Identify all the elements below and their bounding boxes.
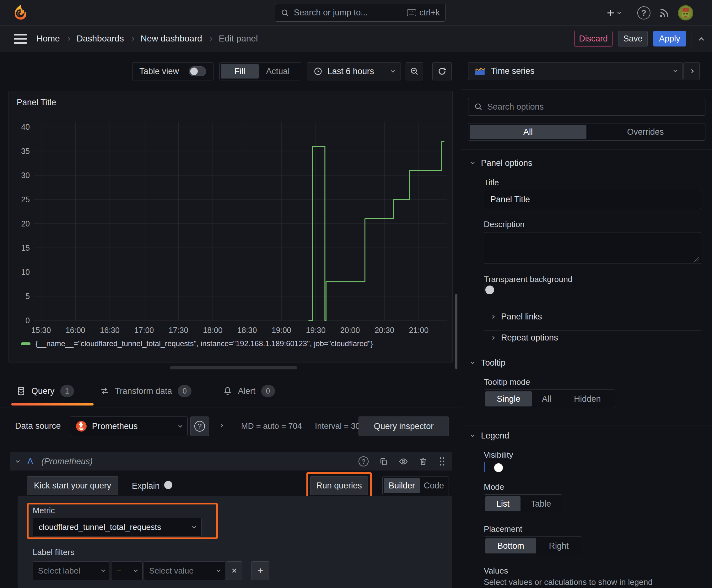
remove-filter-button[interactable]: ×: [226, 561, 242, 580]
active-tab-underline: [11, 403, 93, 405]
svg-text:16:00: 16:00: [66, 326, 85, 335]
tab-query[interactable]: Query 1: [16, 383, 74, 399]
time-range-picker[interactable]: Last 6 hours: [307, 62, 401, 80]
svg-text:19:30: 19:30: [306, 326, 326, 335]
legend-visibility-toggle[interactable]: [484, 462, 485, 472]
disable-query-eye-icon[interactable]: [399, 457, 408, 466]
tab-query-count: 1: [60, 385, 74, 397]
drag-handle-icon[interactable]: [438, 457, 446, 466]
tab-transform-count: 0: [178, 385, 192, 397]
delete-query-trash-icon[interactable]: [419, 457, 428, 466]
select-label-dropdown[interactable]: Select label: [33, 561, 110, 580]
builder-option[interactable]: Builder: [384, 478, 420, 493]
legend-placement-bottom[interactable]: Bottom: [486, 538, 536, 553]
visualization-picker[interactable]: Time series: [468, 62, 683, 80]
tooltip-mode-hidden[interactable]: Hidden: [561, 391, 613, 406]
datasource-help-button[interactable]: ?: [190, 417, 209, 436]
tooltip-mode-all[interactable]: All: [533, 391, 561, 406]
tab-overrides[interactable]: Overrides: [587, 125, 704, 139]
datasource-label: Data source: [15, 421, 61, 431]
tab-transform[interactable]: Transform data 0: [100, 383, 192, 399]
transparent-bg-toggle[interactable]: [484, 284, 484, 294]
kick-start-query-button[interactable]: Kick start your query: [27, 476, 118, 495]
breadcrumb-new-dashboard[interactable]: New dashboard: [141, 34, 202, 44]
svg-text:20:30: 20:30: [374, 326, 394, 335]
transparent-bg-label: Transparent background: [484, 275, 572, 284]
actual-option[interactable]: Actual: [259, 64, 296, 79]
query-stats-expand-icon[interactable]: [219, 423, 223, 427]
description-textarea[interactable]: [484, 232, 701, 264]
duplicate-icon[interactable]: [379, 457, 388, 466]
legend-placement-right[interactable]: Right: [537, 538, 581, 553]
operator-dropdown[interactable]: =: [111, 561, 143, 580]
help-button[interactable]: ?: [637, 6, 650, 19]
add-icon: +: [257, 565, 263, 577]
svg-text:18:00: 18:00: [203, 326, 222, 335]
metric-select[interactable]: cloudflared_tunnel_total_requests: [33, 518, 201, 537]
panel-title-input[interactable]: Panel Title: [484, 190, 701, 209]
grafana-logo[interactable]: [11, 4, 29, 22]
breadcrumb-bar: Home Dashboards New dashboard Edit panel…: [0, 26, 712, 51]
query-row-header[interactable]: A (Prometheus) ?: [10, 452, 452, 470]
zoom-out-button[interactable]: [406, 62, 423, 80]
svg-text:0: 0: [25, 316, 30, 325]
collapse-options-button[interactable]: [684, 62, 700, 80]
keyboard-icon: [407, 9, 416, 16]
datasource-value: Prometheus: [92, 422, 138, 431]
save-button[interactable]: Save: [618, 31, 648, 46]
section-tooltip[interactable]: Tooltip: [471, 358, 505, 368]
legend-mode-list[interactable]: List: [486, 496, 520, 511]
search-icon: [474, 102, 483, 111]
legend-values-help: Select values or calculations to show in…: [484, 577, 653, 587]
query-help-icon[interactable]: ?: [359, 456, 369, 466]
svg-text:16:30: 16:30: [100, 326, 120, 335]
chart-legend[interactable]: {__name__="cloudflared_tunnel_total_requ…: [21, 339, 373, 348]
section-panel-options[interactable]: Panel options: [471, 158, 533, 168]
panel-resize-handle[interactable]: [170, 366, 297, 370]
discard-button[interactable]: Discard: [574, 31, 612, 46]
add-filter-button[interactable]: +: [251, 561, 269, 580]
tooltip-mode-control: Single All Hidden: [484, 390, 615, 408]
svg-text:35: 35: [21, 147, 30, 155]
prometheus-icon: [75, 421, 87, 432]
tab-alert[interactable]: Alert 0: [223, 383, 275, 399]
search-options-input[interactable]: Search options: [468, 98, 706, 115]
search-input[interactable]: Search or jump to... ctrl+k: [275, 4, 446, 22]
table-view-toggle[interactable]: [189, 66, 206, 76]
visualization-label: Time series: [491, 66, 535, 76]
select-value-dropdown[interactable]: Select value: [144, 561, 225, 580]
vertical-scrollbar[interactable]: [455, 294, 457, 369]
collapse-editor-button[interactable]: [699, 37, 704, 43]
menu-button[interactable]: [14, 34, 27, 44]
time-range-label: Last 6 hours: [327, 67, 374, 76]
chevron-down-icon: [178, 423, 182, 427]
news-rss-icon[interactable]: [659, 7, 670, 19]
explain-toggle[interactable]: [163, 480, 163, 490]
time-series-chart[interactable]: 051015202530354015:3016:0016:3017:0017:3…: [8, 116, 453, 339]
datasource-picker[interactable]: Prometheus: [70, 417, 188, 436]
chevron-down-icon: [471, 433, 475, 437]
chevron-down-icon: [217, 568, 221, 572]
code-option[interactable]: Code: [420, 478, 447, 493]
resize-handle-icon[interactable]: [694, 257, 699, 262]
section-legend[interactable]: Legend: [471, 431, 509, 441]
new-button[interactable]: [606, 8, 621, 18]
section-panel-links[interactable]: Panel links: [491, 312, 542, 322]
fill-option[interactable]: Fill: [221, 64, 259, 79]
chart-panel: Panel Title 051015202530354015:3016:0016…: [8, 91, 453, 362]
run-queries-button[interactable]: Run queries: [310, 476, 368, 495]
chevron-right-icon: [491, 315, 495, 319]
refresh-button[interactable]: [432, 62, 452, 80]
chevron-down-icon: [471, 160, 475, 164]
breadcrumb-dashboards[interactable]: Dashboards: [77, 34, 124, 44]
query-inspector-button[interactable]: Query inspector: [359, 417, 449, 436]
breadcrumb-home[interactable]: Home: [37, 34, 60, 44]
tab-all[interactable]: All: [470, 125, 586, 139]
legend-mode-table[interactable]: Table: [521, 496, 561, 511]
avatar[interactable]: [678, 5, 693, 20]
tooltip-mode-single[interactable]: Single: [486, 391, 532, 406]
svg-text:20: 20: [21, 219, 30, 228]
apply-button[interactable]: Apply: [653, 31, 686, 46]
section-repeat-options[interactable]: Repeat options: [491, 333, 558, 343]
collapse-query-icon[interactable]: [16, 459, 20, 463]
